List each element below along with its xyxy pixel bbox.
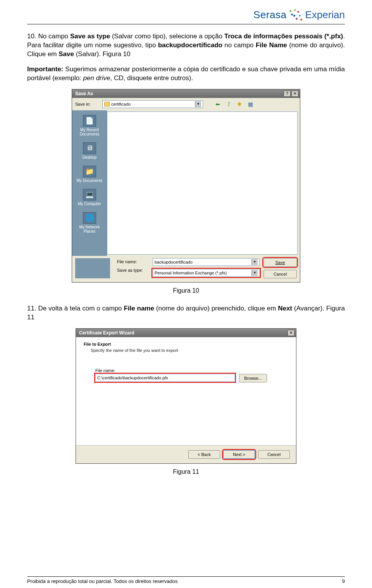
chevron-down-icon: ▼ [251, 270, 258, 276]
filetype-select[interactable]: Personal Information Exchange (*.pfx) ▼ [153, 269, 260, 277]
page-footer: Proibida a reprodução total ou parcial. … [27, 576, 345, 584]
logo-dots-icon [289, 8, 303, 22]
nav-up-button[interactable]: ⤴ [225, 100, 232, 108]
file-list-area[interactable] [107, 111, 298, 255]
back-button[interactable]: < Back [188, 450, 220, 459]
save-button[interactable]: Save [264, 258, 297, 267]
filename-label: File name: [117, 259, 149, 264]
save-as-title: Save As [75, 91, 93, 96]
place-recent[interactable]: 📄 My Recent Documents [74, 113, 105, 139]
paragraph-11: 11. De volta à tela com o campo File nam… [27, 304, 345, 322]
wizard-filename-label: File name: [95, 368, 288, 373]
place-desktop[interactable]: 🖥 Desktop [74, 141, 105, 163]
arrow-left-icon: ⬅ [215, 101, 220, 107]
place-computer[interactable]: 💻 My Computer [74, 187, 105, 209]
next-button[interactable]: Next > [223, 450, 255, 459]
network-icon: 🌐 [83, 212, 96, 224]
paragraph-important: Importante: Sugerimos armazenar posterio… [27, 65, 345, 83]
save-in-dropdown[interactable]: certificado ▼ [102, 100, 203, 108]
nav-back-button[interactable]: ⬅ [214, 100, 222, 108]
filetype-label: Save as type: [117, 268, 149, 273]
new-folder-icon: ✱ [237, 101, 242, 107]
page-header: Serasa Experian [27, 8, 345, 24]
brand-left: Serasa [253, 9, 286, 21]
computer-icon: 💻 [83, 189, 96, 201]
save-as-dialog: Save As ? ✕ Save in: certificado ▼ ⬅ ⤴ ✱… [72, 89, 300, 283]
footer-text: Proibida a reprodução total ou parcial. … [27, 578, 178, 584]
nav-newfolder-button[interactable]: ✱ [236, 100, 243, 108]
place-network[interactable]: 🌐 My Network Places [74, 211, 105, 237]
save-as-titlebar[interactable]: Save As ? ✕ [72, 89, 300, 98]
close-icon: ✕ [289, 331, 293, 335]
nav-view-button[interactable]: ▦ [246, 100, 254, 108]
cancel-button[interactable]: Cancel [258, 450, 290, 459]
wizard-title: Certificate Export Wizard [79, 330, 134, 336]
close-button[interactable]: ✕ [291, 91, 298, 97]
arrow-up-icon: ⤴ [227, 101, 230, 107]
wizard-desc: Specify the name of the file you want to… [91, 348, 288, 353]
paragraph-10: 10. No campo Save as type (Salvar como t… [27, 32, 345, 59]
wizard-titlebar[interactable]: Certificate Export Wizard ✕ [76, 329, 296, 337]
help-button[interactable]: ? [284, 91, 291, 97]
save-in-label: Save in: [75, 102, 99, 106]
chevron-down-icon: ▼ [251, 259, 258, 265]
view-icon: ▦ [248, 101, 253, 107]
cert-export-wizard: Certificate Export Wizard ✕ File to Expo… [76, 328, 296, 464]
figure-10-caption: Figura 10 [27, 287, 345, 294]
page-number: 9 [342, 578, 345, 584]
chevron-down-icon: ▼ [195, 101, 201, 107]
desktop-icon: 🖥 [83, 142, 96, 154]
browse-button[interactable]: Browse... [239, 374, 267, 382]
places-bar: 📄 My Recent Documents 🖥 Desktop 📁 My Doc… [72, 110, 107, 256]
place-documents[interactable]: 📁 My Documents [74, 164, 105, 186]
figure-11-caption: Figura 11 [27, 468, 345, 475]
brand-logo: Serasa Experian [253, 8, 345, 22]
help-icon: ? [286, 91, 288, 96]
wizard-subtitle: File to Export [84, 342, 288, 346]
close-button[interactable]: ✕ [288, 330, 294, 336]
save-in-value: certificado [111, 102, 131, 106]
cancel-button[interactable]: Cancel [264, 270, 297, 278]
folder-icon [104, 102, 110, 106]
close-icon: ✕ [293, 91, 296, 96]
brand-right: Experian [305, 9, 345, 21]
documents-icon: 📁 [83, 166, 96, 177]
filename-input[interactable]: backupdocertificado ▼ [153, 258, 260, 266]
recent-documents-icon: 📄 [83, 115, 96, 127]
wizard-filename-input[interactable] [95, 374, 235, 382]
save-as-toolbar: Save in: certificado ▼ ⬅ ⤴ ✱ ▦ [72, 98, 300, 110]
